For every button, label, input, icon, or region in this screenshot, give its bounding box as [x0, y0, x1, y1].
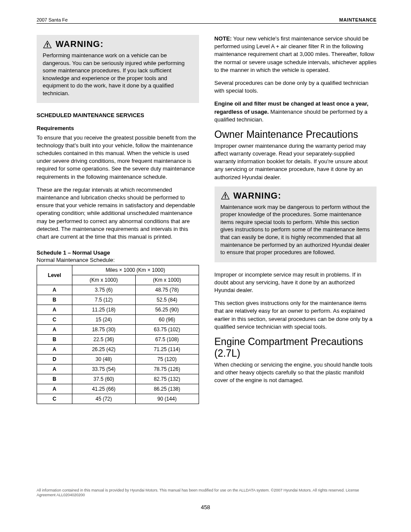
cell-col1: 22.5 (36): [72, 335, 135, 345]
cell-col2: 63.75 (102): [135, 325, 199, 335]
cell-col1: 41.25 (66): [72, 384, 135, 394]
svg-rect-0: [47, 43, 48, 45]
table-head-level: Level: [37, 265, 72, 285]
warning-body: Performing maintenance work on a vehicle…: [43, 52, 193, 97]
table-row: B22.5 (36)67.5 (108): [37, 335, 199, 345]
table-row: A11.25 (18)56.25 (90): [37, 305, 199, 315]
scheduled-heading: SCHEDULED MAINTENANCE SERVICES: [37, 112, 199, 119]
svg-rect-2: [224, 195, 225, 197]
cell-col2: 60 (96): [135, 315, 199, 325]
cell-col1: 3.75 (6): [72, 285, 135, 295]
engine-compartment-para: When checking or servicing the engine, y…: [215, 361, 377, 385]
warning-icon: [43, 40, 52, 49]
table-head-top: Miles × 1000 (Km × 1000): [72, 265, 199, 275]
cell-col1: 26.25 (42): [72, 345, 135, 355]
license-text: All information contained in this manual…: [37, 488, 377, 498]
cell-col2: 75 (120): [135, 355, 199, 364]
note-label: NOTE:: [215, 35, 232, 42]
requirements-label: Requirements: [37, 124, 199, 132]
oil-para: Engine oil and filter must be changed at…: [215, 100, 377, 124]
cell-col2: 78.75 (126): [135, 364, 199, 374]
cell-level: B: [37, 374, 72, 384]
page-header: 2007 Santa Fe MAINTENANCE: [37, 17, 377, 24]
cell-col2: 90 (144): [135, 394, 199, 404]
intervals-para: These are the regular intervals at which…: [37, 186, 199, 241]
left-column: WARNING: Performing maintenance work on …: [37, 35, 199, 404]
table-row: A26.25 (42)71.25 (114): [37, 345, 199, 355]
table-row: C45 (72)90 (144): [37, 394, 199, 404]
table-head-c1: (Km x 1000): [72, 275, 135, 285]
header-date: 2007 Santa Fe: [37, 17, 68, 22]
improper-service-para: Improper or incomplete service may resul…: [215, 271, 377, 295]
schedule-subtitle: Normal Maintenance Schedule:: [37, 257, 199, 263]
cell-col2: 71.25 (114): [135, 345, 199, 355]
cell-col2: 56.25 (90): [135, 305, 199, 315]
svg-rect-3: [224, 197, 225, 198]
easy-items-para: This section gives instructions only for…: [215, 299, 377, 331]
cell-col2: 82.75 (132): [135, 374, 199, 384]
cell-col2: 67.5 (108): [135, 335, 199, 345]
warning-title-2: WARNING:: [234, 191, 281, 201]
cell-col1: 18.75 (30): [72, 325, 135, 335]
table-row: A3.75 (6)48.75 (78): [37, 285, 199, 295]
schedule-title: Schedule 1 – Normal Usage: [37, 249, 199, 256]
table-row: A18.75 (30)63.75 (102): [37, 325, 199, 335]
cell-col1: 11.25 (18): [72, 305, 135, 315]
owner-precautions-heading: Owner Maintenance Precautions: [215, 129, 377, 140]
cell-col1: 7.5 (12): [72, 295, 135, 305]
cell-level: C: [37, 394, 72, 404]
cell-level: B: [37, 335, 72, 345]
cell-col1: 33.75 (54): [72, 364, 135, 374]
owner-precautions-para: Improper owner maintenance during the wa…: [215, 142, 377, 181]
cell-col1: 15 (24): [72, 315, 135, 325]
header-section: MAINTENANCE: [339, 17, 377, 22]
cell-col1: 45 (72): [72, 394, 135, 404]
warning-box-1: WARNING: Performing maintenance work on …: [37, 35, 199, 103]
cell-col1: 30 (48): [72, 355, 135, 364]
engine-compartment-heading: Engine Compartment Precautions (2.7L): [215, 336, 377, 359]
table-head-c2: (Km x 1000): [135, 275, 199, 285]
note-body: Your new vehicle's first maintenance ser…: [215, 35, 377, 73]
table-row: D30 (48)75 (120): [37, 355, 199, 364]
cell-level: A: [37, 345, 72, 355]
right-column: NOTE: Your new vehicle's first maintenan…: [215, 35, 377, 404]
warning-icon: [221, 191, 230, 200]
cell-col2: 48.75 (78): [135, 285, 199, 295]
table-row: B7.5 (12)52.5 (84): [37, 295, 199, 305]
maintenance-table: Level Miles × 1000 (Km × 1000) (Km x 100…: [37, 265, 199, 404]
cell-level: A: [37, 325, 72, 335]
cell-level: B: [37, 295, 72, 305]
cell-level: C: [37, 315, 72, 325]
requirements-para: To ensure that you receive the greatest …: [37, 134, 199, 181]
warning-body-2: Maintenance work may be dangerous to per…: [221, 203, 371, 256]
table-row: C15 (24)60 (96): [37, 315, 199, 325]
warning-box-2: WARNING: Maintenance work may be dangero…: [215, 187, 377, 262]
table-row: A41.25 (66)86.25 (138): [37, 384, 199, 394]
technician-para: Several procedures can be done only by a…: [215, 79, 377, 95]
cell-level: A: [37, 384, 72, 394]
cell-col2: 52.5 (84): [135, 295, 199, 305]
table-row: A33.75 (54)78.75 (126): [37, 364, 199, 374]
svg-rect-1: [47, 46, 48, 47]
warning-title: WARNING:: [56, 39, 103, 49]
cell-col1: 37.5 (60): [72, 374, 135, 384]
page-number: 458: [201, 504, 210, 510]
note-para: NOTE: Your new vehicle's first maintenan…: [215, 35, 377, 74]
cell-level: A: [37, 305, 72, 315]
cell-col2: 86.25 (138): [135, 384, 199, 394]
cell-level: A: [37, 364, 72, 374]
cell-level: D: [37, 355, 72, 364]
cell-level: A: [37, 285, 72, 295]
table-row: B37.5 (60)82.75 (132): [37, 374, 199, 384]
